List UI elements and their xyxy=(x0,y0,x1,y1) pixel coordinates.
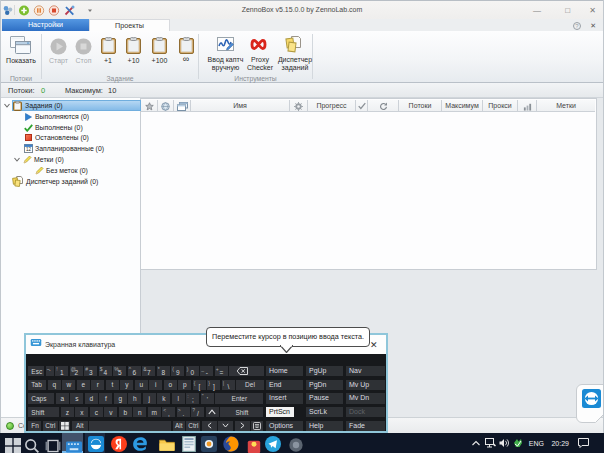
svg-text:12: 12 xyxy=(26,148,32,153)
